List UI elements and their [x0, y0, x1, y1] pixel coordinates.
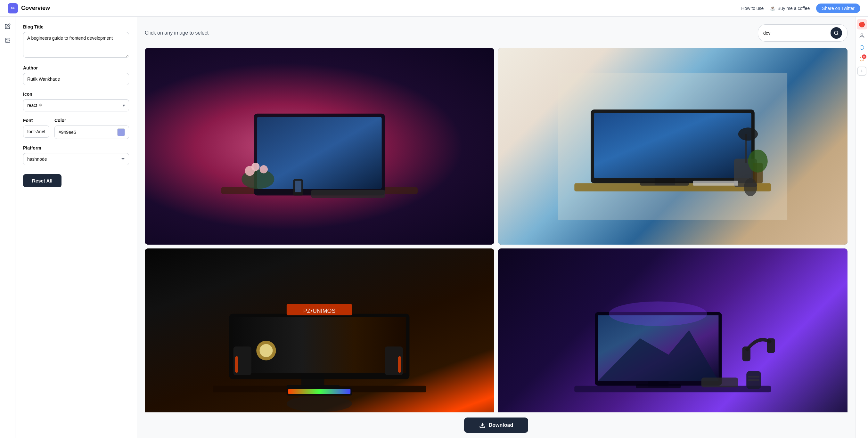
svg-point-28	[748, 150, 768, 173]
image-placeholder-4	[498, 248, 847, 412]
svg-point-1	[6, 39, 7, 40]
svg-point-26	[738, 127, 758, 140]
header-right: How to use ☕ Buy me a coffee Share on Tw…	[741, 3, 860, 13]
ext-item-edge[interactable]: ⬡	[857, 42, 867, 53]
svg-rect-55	[742, 347, 751, 362]
svg-point-12	[251, 163, 260, 171]
svg-rect-56	[767, 338, 775, 353]
buy-coffee-link[interactable]: ☕ Buy me a coffee	[770, 6, 810, 11]
chevron-down-icon: ▾	[123, 103, 125, 108]
notification-badge: 0	[862, 55, 866, 59]
edit-icon	[5, 23, 10, 29]
coffee-emoji: ☕	[770, 6, 775, 11]
how-to-use-link[interactable]: How to use	[741, 6, 764, 11]
buy-coffee-label: Buy me a coffee	[777, 6, 810, 11]
image-placeholder-3: PZ•UNIMOS	[145, 248, 494, 412]
blog-title-group: Blog Title <span class="squiggle">A begi…	[23, 24, 129, 59]
share-twitter-button[interactable]: Share on Twitter	[816, 3, 860, 13]
font-label: Font	[23, 118, 49, 123]
svg-point-58	[609, 302, 707, 326]
image-card-1[interactable]	[145, 48, 494, 245]
image-placeholder-1	[145, 48, 494, 245]
svg-rect-40	[235, 356, 238, 373]
ext-item-red[interactable]: 🔴	[857, 19, 867, 29]
header-left: ✏ Coverview	[8, 3, 50, 13]
svg-rect-9	[257, 117, 382, 189]
svg-point-47	[287, 396, 352, 412]
image-card-3[interactable]: PZ•UNIMOS	[145, 248, 494, 412]
blog-title-label: Blog Title	[23, 24, 129, 29]
image-grid: PZ•UNIMOS	[145, 48, 847, 412]
download-bar: Download	[137, 412, 855, 438]
blog-title-input[interactable]: <span class="squiggle">A begineers</span…	[23, 32, 129, 58]
author-label: Author	[23, 65, 129, 70]
svg-point-30	[744, 178, 757, 196]
monitor-svg-3: PZ•UNIMOS	[188, 273, 450, 412]
svg-point-44	[260, 344, 273, 357]
image-picker-header: Click on any image to select	[145, 24, 847, 42]
icon-select-value: react ⚛	[27, 103, 42, 108]
image-picker-panel: Click on any image to select	[137, 17, 855, 412]
picker-instruction: Click on any image to select	[145, 30, 209, 36]
header: ✏ Coverview How to use ☕ Buy me a coffee…	[0, 0, 868, 17]
image-placeholder-2	[498, 48, 847, 245]
content-area: Click on any image to select	[137, 17, 855, 438]
svg-rect-46	[288, 389, 350, 394]
svg-line-3	[837, 34, 838, 35]
search-button[interactable]	[831, 27, 842, 39]
svg-rect-14	[311, 190, 385, 198]
icon-group: Icon react ⚛ ▾	[23, 92, 129, 112]
user-icon	[859, 33, 865, 39]
app-title: Coverview	[21, 5, 50, 11]
download-label: Download	[489, 422, 513, 428]
svg-text:PZ•UNIMOS: PZ•UNIMOS	[303, 308, 336, 314]
svg-rect-57	[702, 378, 738, 388]
reset-all-button[interactable]: Reset All	[23, 174, 62, 187]
svg-rect-42	[398, 356, 401, 373]
sidebar-edit-item[interactable]	[2, 21, 13, 32]
color-swatch[interactable]	[117, 128, 125, 136]
author-group: Author	[23, 65, 129, 85]
image-card-4[interactable]	[498, 248, 847, 412]
monitor-svg-4	[541, 273, 804, 412]
platform-group: Platform hashnode dev.to medium	[23, 145, 129, 165]
color-input[interactable]	[59, 130, 115, 135]
search-input[interactable]	[763, 30, 828, 35]
monitor-svg-2	[541, 73, 804, 220]
svg-rect-16	[295, 181, 301, 192]
color-group: Color	[55, 118, 129, 139]
search-box	[758, 24, 847, 42]
ext-add-button[interactable]: +	[858, 67, 866, 75]
svg-rect-23	[594, 113, 751, 178]
monitor-svg-1	[188, 73, 450, 220]
svg-point-2	[834, 31, 838, 35]
svg-point-13	[260, 165, 268, 174]
icon-select[interactable]: react ⚛ ▾	[23, 99, 129, 112]
icon-label: Icon	[23, 92, 129, 97]
image-card-2[interactable]	[498, 48, 847, 245]
color-field	[55, 126, 129, 139]
platform-label: Platform	[23, 145, 129, 151]
image-icon	[5, 37, 10, 43]
svg-rect-29	[693, 181, 738, 185]
color-label: Color	[55, 118, 129, 123]
download-button[interactable]: Download	[464, 417, 528, 433]
main-content: Blog Title <span class="squiggle">A begi…	[0, 17, 868, 438]
icon-sidebar	[0, 17, 16, 438]
settings-panel: Blog Title <span class="squiggle">A begi…	[16, 17, 137, 438]
plus-icon: +	[860, 68, 863, 74]
font-group: Font font-Anek font-Inter font-Roboto	[23, 118, 49, 139]
sidebar-image-item[interactable]	[2, 35, 13, 46]
svg-point-68	[861, 34, 863, 36]
font-select[interactable]: font-Anek font-Inter font-Roboto	[23, 126, 49, 138]
platform-select[interactable]: hashnode dev.to medium	[23, 153, 129, 165]
download-icon	[479, 422, 486, 428]
ext-item-user[interactable]	[857, 31, 867, 41]
ext-item-notify[interactable]: ⬡ 0	[857, 54, 867, 64]
svg-rect-61	[748, 379, 760, 381]
search-icon	[834, 30, 839, 35]
author-input[interactable]	[23, 73, 129, 85]
browser-extension-bar: 🔴 ⬡ ⬡ 0 +	[855, 17, 868, 438]
svg-rect-60	[748, 376, 760, 378]
logo-icon: ✏	[8, 3, 18, 13]
